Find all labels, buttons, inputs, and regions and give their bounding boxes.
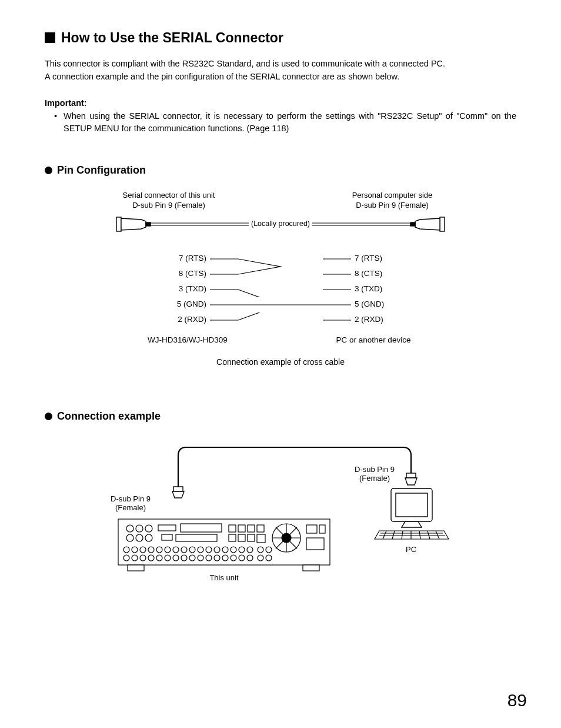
svg-point-54: [148, 547, 154, 553]
important-block: Important: When using the SERIAL connect…: [45, 97, 516, 135]
pin-configuration-diagram: Serial connector of this unit D-sub Pin …: [113, 191, 448, 368]
svg-point-58: [181, 547, 187, 553]
svg-point-86: [266, 555, 272, 561]
svg-rect-0: [116, 217, 121, 231]
svg-point-52: [132, 547, 138, 553]
svg-point-57: [173, 547, 179, 553]
subsection-title: Connection example: [57, 409, 161, 424]
svg-rect-34: [229, 525, 236, 532]
svg-rect-49: [306, 538, 324, 550]
svg-line-11: [238, 267, 323, 274]
svg-point-56: [165, 547, 171, 553]
svg-rect-23: [303, 565, 319, 571]
cross-cable-caption: Connection example of cross cable: [113, 357, 448, 368]
svg-rect-38: [229, 534, 236, 541]
svg-point-77: [189, 555, 195, 561]
connector-left-label-1: Serial connector of this unit: [113, 191, 225, 200]
wire-icon: [210, 267, 351, 282]
svg-point-76: [181, 555, 187, 561]
pin-map: 7 (RTS) 7 (RTS) 8 (CTS) 8 (CTS) 3 (TXD): [157, 251, 404, 328]
svg-point-80: [214, 555, 220, 561]
svg-rect-32: [162, 534, 172, 540]
svg-rect-37: [257, 525, 264, 532]
svg-rect-88: [396, 493, 428, 517]
svg-rect-20: [406, 473, 416, 478]
svg-point-79: [206, 555, 212, 561]
intro-line-2: A connection example and the pin configu…: [45, 71, 516, 82]
svg-point-29: [145, 534, 152, 541]
pin-left-5: 2 (RXD): [157, 314, 210, 325]
svg-rect-1: [146, 222, 151, 226]
subsection-heading: Connection example: [45, 409, 516, 424]
subsection-title: Pin Configuration: [57, 163, 146, 178]
wire-icon: [210, 282, 351, 297]
pin-right-3: 3 (TXD): [351, 284, 404, 295]
svg-point-61: [206, 547, 212, 553]
connection-example-svg: D-sub Pin 9 (Female) D-sub Pin 9 (Female…: [92, 437, 469, 590]
subsection-heading: Pin Configuration: [45, 163, 516, 178]
svg-point-81: [222, 555, 228, 561]
svg-point-72: [148, 555, 154, 561]
svg-point-85: [258, 555, 263, 561]
pin-left-1: 7 (RTS): [157, 253, 210, 264]
svg-rect-36: [248, 525, 255, 532]
svg-point-75: [173, 555, 179, 561]
svg-point-82: [231, 555, 236, 561]
svg-point-67: [258, 547, 263, 553]
example-left-label-1: D-sub Pin 9: [111, 494, 151, 503]
pin-map-bottom-left: WJ-HD316/WJ-HD309: [141, 335, 235, 346]
svg-point-70: [132, 555, 138, 561]
svg-point-60: [198, 547, 203, 553]
svg-rect-19: [173, 487, 183, 491]
svg-point-84: [247, 555, 253, 561]
circle-bullet-icon: [45, 413, 52, 420]
svg-point-24: [126, 525, 133, 532]
svg-line-8: [238, 259, 323, 267]
pin-left-3: 3 (TXD): [157, 284, 210, 295]
section-title: How to Use the SERIAL Connector: [61, 28, 283, 47]
svg-point-51: [123, 547, 129, 553]
pin-left-2: 8 (CTS): [157, 268, 210, 280]
svg-point-64: [231, 547, 236, 553]
intro-paragraph: This connector is compliant with the RS2…: [45, 58, 516, 83]
locally-procured-label: (Locally procured): [249, 219, 312, 230]
svg-rect-30: [158, 525, 176, 531]
svg-point-26: [145, 525, 152, 532]
svg-rect-3: [410, 222, 415, 226]
pin-map-bottom-right: PC or another device: [326, 335, 420, 346]
svg-rect-33: [176, 534, 217, 541]
pin-right-2: 8 (CTS): [351, 268, 404, 280]
example-left-label-2: (Female): [115, 503, 146, 512]
dvr-unit-icon: [118, 519, 330, 571]
important-label: Important:: [45, 97, 516, 109]
page-number: 89: [507, 688, 527, 713]
connector-right-label-2: D-sub Pin 9 (Female): [336, 201, 448, 210]
svg-point-25: [136, 525, 143, 532]
wire-icon: [210, 313, 351, 328]
svg-point-63: [222, 547, 228, 553]
svg-point-65: [239, 547, 245, 553]
svg-rect-35: [238, 525, 245, 532]
example-pc-label: PC: [406, 545, 416, 554]
pin-left-4: 5 (GND): [157, 299, 210, 310]
connection-example-diagram: D-sub Pin 9 (Female) D-sub Pin 9 (Female…: [92, 437, 469, 593]
svg-point-55: [156, 547, 162, 553]
svg-point-83: [239, 555, 245, 561]
pc-monitor-icon: [391, 488, 432, 527]
svg-rect-48: [306, 525, 317, 533]
svg-line-18: [238, 313, 323, 320]
keyboard-icon: [375, 531, 449, 539]
svg-point-53: [140, 547, 146, 553]
svg-rect-2: [440, 217, 445, 231]
svg-rect-22: [128, 565, 144, 571]
example-unit-label: This unit: [209, 573, 239, 582]
square-bullet-icon: [45, 32, 55, 43]
svg-point-78: [198, 555, 203, 561]
svg-point-27: [126, 534, 133, 541]
pin-right-5: 2 (RXD): [351, 314, 404, 325]
svg-point-68: [266, 547, 272, 553]
svg-line-14: [238, 290, 323, 297]
svg-rect-41: [257, 534, 265, 543]
connector-right-label-1: Personal computer side: [336, 191, 448, 200]
pin-right-4: 5 (GND): [351, 299, 404, 310]
